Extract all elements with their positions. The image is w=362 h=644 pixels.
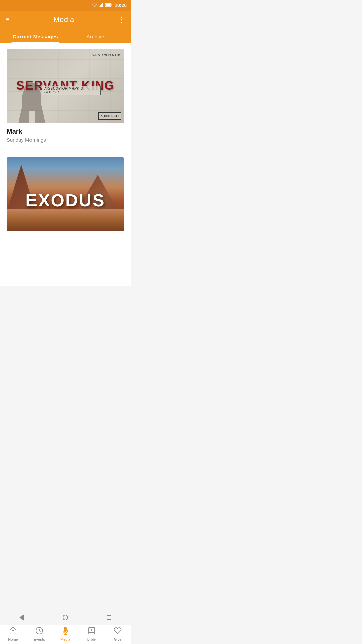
nav-item-media[interactable]: Media (52, 627, 78, 641)
status-bar: 10:26 (0, 0, 131, 11)
tab-current-messages[interactable]: Current Messages (5, 30, 65, 43)
nav-item-events[interactable]: Events (26, 627, 52, 641)
nav-item-bible[interactable]: Bible (78, 627, 105, 641)
give-icon (114, 627, 122, 636)
nav-label-media: Media (60, 637, 70, 641)
status-icons: 10:26 (92, 3, 127, 8)
message-card-exodus[interactable]: EXODUS (7, 157, 124, 231)
header-top: ≡ Media ⋮ (5, 15, 125, 24)
media-icon (61, 627, 69, 636)
signal-icon (99, 3, 103, 8)
android-recents-button[interactable] (107, 615, 111, 620)
status-time: 10:26 (115, 3, 127, 8)
android-nav-bar (0, 610, 131, 625)
home-circle-icon (63, 615, 68, 620)
svg-rect-1 (100, 5, 101, 7)
exodus-ground (7, 209, 124, 231)
nav-label-bible: Bible (87, 637, 96, 641)
bottom-nav: Home Events Media (0, 623, 131, 644)
servant-king-subtitle: A STUDY OF MARK'S GOSPEL (42, 86, 101, 95)
svg-rect-6 (106, 4, 110, 6)
header: ≡ Media ⋮ Current Messages Archive (0, 11, 131, 43)
message-title-mark: Mark (7, 128, 124, 136)
tab-archive[interactable]: Archive (65, 30, 125, 43)
content-area: WHO IS THIS MAN? SERVANT KING A STUDY OF… (0, 43, 131, 286)
nav-item-home[interactable]: Home (0, 627, 26, 641)
back-triangle-icon (19, 614, 24, 621)
feed-box: 5,000 FED (98, 112, 121, 120)
bible-icon (87, 627, 96, 636)
wifi-icon (92, 3, 97, 8)
nav-label-events: Events (34, 637, 45, 641)
battery-icon (105, 3, 112, 8)
newspaper-text: WHO IS THIS MAN? (93, 53, 121, 58)
message-subtitle-mark: Sunday Mornings (7, 137, 124, 143)
more-icon[interactable]: ⋮ (118, 15, 125, 24)
nav-label-give: Give (114, 637, 122, 641)
nav-label-home: Home (8, 637, 18, 641)
nav-item-give[interactable]: Give (105, 627, 131, 641)
svg-rect-3 (102, 3, 103, 7)
exodus-title: EXODUS (25, 190, 105, 210)
message-image-exodus: EXODUS (7, 157, 124, 231)
tabs-container: Current Messages Archive (5, 30, 125, 43)
svg-rect-2 (101, 4, 102, 7)
android-home-button[interactable] (63, 615, 68, 620)
recents-square-icon (107, 615, 111, 620)
svg-rect-5 (111, 4, 112, 6)
servant-king-background: WHO IS THIS MAN? SERVANT KING A STUDY OF… (7, 49, 124, 123)
message-image-mark: WHO IS THIS MAN? SERVANT KING A STUDY OF… (7, 49, 124, 123)
events-icon (35, 627, 43, 636)
message-card-mark[interactable]: WHO IS THIS MAN? SERVANT KING A STUDY OF… (7, 49, 124, 143)
home-icon (9, 627, 17, 636)
exodus-gradient: EXODUS (7, 157, 124, 231)
header-title: Media (53, 15, 74, 24)
spacer (7, 151, 124, 157)
android-back-button[interactable] (19, 614, 24, 621)
svg-rect-0 (99, 6, 100, 7)
hamburger-icon[interactable]: ≡ (5, 16, 10, 23)
